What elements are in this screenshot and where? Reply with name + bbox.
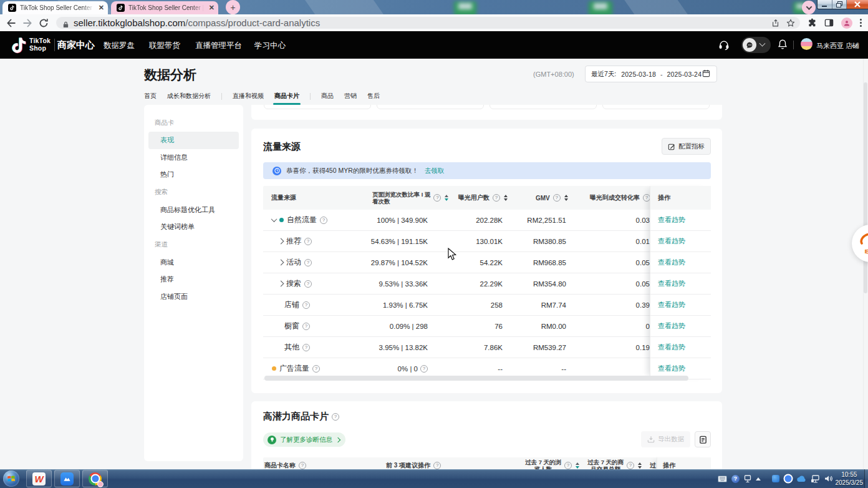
help-icon[interactable]: ? [553,194,561,202]
kpi-box[interactable] [377,105,484,109]
column-conversion[interactable]: 曝光到成交转化率? [590,186,650,210]
sidebar-item-商城[interactable]: 商城 [148,254,239,271]
column-ratio[interactable]: 页面浏览次数比率 I 观看次数? [372,186,448,210]
table-row[interactable]: 搜索?9.53% | 33.36K22.29KRM354.800.05 [263,273,711,295]
claim-coupon-link[interactable]: 去领取 [425,167,445,175]
nav-item-seller-center[interactable]: 商家中心 [57,39,95,51]
help-icon[interactable]: ? [433,462,441,469]
view-trend-link[interactable]: 查看趋势 [650,231,711,252]
view-trend-link[interactable]: 查看趋势 [650,295,711,316]
taskbar-wps-button[interactable]: W [26,470,52,487]
browser-menu-icon[interactable] [860,17,862,28]
help-icon[interactable]: ? [332,413,339,421]
notifications-bell-icon[interactable] [777,39,788,50]
column-gmv[interactable]: GMV? [536,186,568,210]
help-icon[interactable]: ? [420,365,428,373]
start-button[interactable] [3,471,19,487]
view-trend-link[interactable]: 查看趋势 [650,210,711,231]
tab-首页[interactable]: 首页 [144,92,157,100]
tab-search-button[interactable] [802,1,816,14]
show-desktop-button[interactable] [864,469,868,488]
taskbar-app-button[interactable] [54,470,80,487]
diagnosis-info-button[interactable]: 了解更多诊断信息 [263,432,345,447]
show-hidden-icons-button[interactable] [756,477,761,481]
table-row[interactable]: 店铺?1.93% | 6.75K258RM7.740.39 [263,295,711,316]
floating-chat-widget[interactable]: 旺旺 [852,225,868,262]
nav-item[interactable]: 直播管理平台 [195,41,242,51]
collapse-icon[interactable] [271,216,277,222]
expand-icon[interactable] [278,260,284,266]
help-icon[interactable]: ? [302,344,310,351]
support-headset-icon[interactable] [718,39,730,51]
tray-app-icon[interactable] [772,475,779,482]
expand-icon[interactable] [278,238,284,245]
sidebar-item-热门[interactable]: 热门 [148,166,239,183]
volume-tray-icon[interactable] [824,475,833,482]
table-row[interactable]: 自然流量?100% | 349.90K202.28KRM2,251.510.03 [263,210,711,231]
cloud-tray-icon[interactable] [796,476,806,482]
help-icon[interactable]: ? [304,280,312,288]
table-row[interactable]: 橱窗?0.09% | 29876RM0.000 [263,316,711,337]
back-button[interactable] [6,18,16,28]
sort-icon[interactable] [576,462,579,469]
tab-商品[interactable]: 商品 [321,92,334,100]
view-trend-link[interactable]: 查看趋势 [650,337,711,358]
side-panel-icon[interactable] [824,18,834,27]
help-icon[interactable]: ? [299,462,306,469]
sidebar-item-关键词榜单[interactable]: 关键词榜单 [148,218,239,236]
table-row[interactable]: 推荐?54.63% | 191.15K130.01KRM380.850.01 [263,231,711,252]
browser-tab-2[interactable]: TikTok Shop Seller Center | Cr ✕ [111,1,218,14]
tab-close-icon[interactable]: ✕ [99,4,104,11]
help-icon[interactable]: ? [302,323,310,330]
shop-avatar[interactable] [801,38,813,50]
view-trend-link[interactable]: 查看趋势 [650,273,711,295]
help-icon[interactable]: ? [302,301,310,309]
horizontal-scrollbar[interactable] [264,376,688,381]
sort-icon[interactable] [504,195,508,201]
forward-button[interactable] [22,18,32,28]
help-icon[interactable]: ? [320,217,327,224]
sort-icon[interactable] [564,195,568,201]
table-row[interactable]: 活动?29.87% | 104.52K54.22KRM968.850.05 [263,252,711,273]
sidebar-item-推荐[interactable]: 推荐 [148,271,239,288]
help-icon[interactable]: ? [304,259,312,266]
sidebar-item-表现[interactable]: 表现 [148,132,239,149]
sort-icon[interactable] [445,195,448,201]
address-bar[interactable]: seller.tiktokglobalshop.com/compass/prod… [56,17,800,29]
help-icon[interactable]: ? [627,462,634,469]
table-row[interactable]: 其他?3.95% | 13.82K7.86KRM539.270.19 [263,337,711,358]
expand-icon[interactable] [278,281,284,287]
minimize-button[interactable] [817,0,832,9]
nav-item[interactable]: 学习中心 [254,41,286,51]
taskbar-clock[interactable]: 10:55 2025/3/25 [836,471,864,487]
sidebar-item-店铺页面[interactable]: 店铺页面 [148,288,239,306]
browser-profile-avatar[interactable] [841,17,852,29]
tray-chrome-icon[interactable] [784,475,792,483]
diagnosis-list-button[interactable] [695,431,711,447]
message-center-button[interactable] [741,37,771,53]
restore-button[interactable] [832,0,847,9]
tab-商品卡片[interactable]: 商品卡片 [274,92,299,100]
bookmark-star-icon[interactable] [786,19,795,27]
window-tray-icon[interactable] [744,475,751,483]
browser-tab-1[interactable]: TikTok Shop Seller Center | Cr ✕ [2,1,108,14]
column-exposure[interactable]: 曝光用户数? [458,186,508,210]
tab-close-icon[interactable]: ✕ [209,4,215,11]
reload-button[interactable] [39,18,49,28]
help-tray-icon[interactable]: ? [731,475,740,483]
tab-售后[interactable]: 售后 [367,92,380,100]
export-data-button[interactable]: 导出数据 [641,431,690,447]
help-icon[interactable]: ? [433,194,441,202]
view-trend-link[interactable]: 查看趋势 [650,316,711,337]
nav-item[interactable]: 数据罗盘 [104,41,135,51]
kpi-box[interactable] [489,105,597,109]
help-icon[interactable]: ? [564,462,572,469]
close-button[interactable] [847,0,868,9]
sort-icon[interactable] [638,462,642,469]
tab-成长和数据分析[interactable]: 成长和数据分析 [167,92,211,100]
tab-营销[interactable]: 营销 [344,92,357,100]
input-method-icon[interactable] [718,476,727,482]
share-icon[interactable] [771,19,780,27]
kpi-box[interactable] [602,105,710,109]
help-icon[interactable]: ? [493,194,500,202]
